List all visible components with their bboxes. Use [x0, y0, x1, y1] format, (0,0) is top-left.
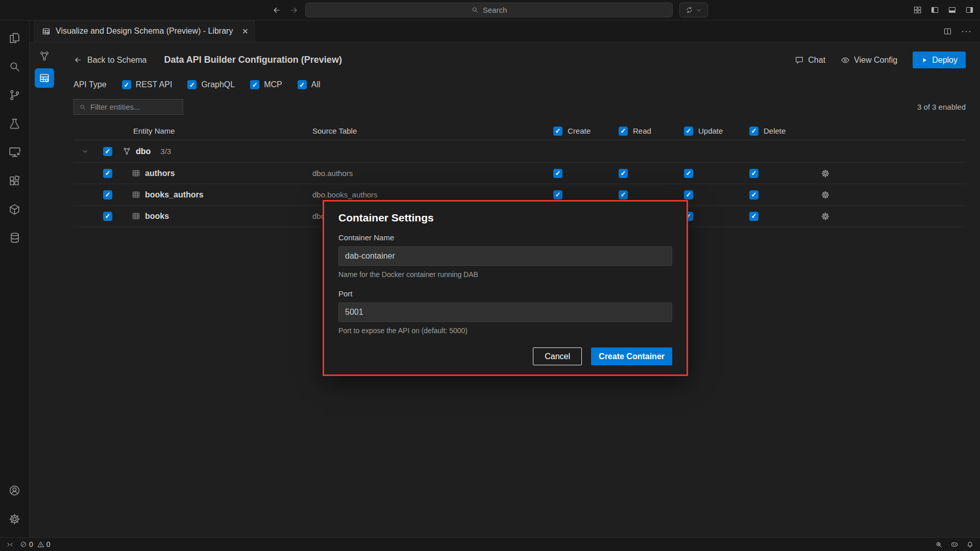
chevron-down-icon[interactable] — [74, 147, 96, 155]
filter-entities-field[interactable] — [74, 99, 183, 115]
row-checkbox[interactable]: ✓ — [103, 212, 112, 221]
port-help: Port to expose the API on (default: 5000… — [338, 327, 672, 335]
cancel-button[interactable]: Cancel — [533, 347, 582, 365]
chat-button[interactable]: Chat — [795, 56, 825, 65]
table-header-row: Entity Name Source Table ✓ Create ✓ Read — [74, 122, 966, 140]
mcp-checkbox[interactable]: ✓ — [250, 80, 259, 89]
chevron-down-icon — [696, 7, 702, 13]
group-checkbox[interactable]: ✓ — [103, 147, 112, 156]
all-checkbox-group[interactable]: ✓ All — [298, 80, 321, 89]
eye-icon — [841, 56, 850, 65]
check-icon: ✓ — [124, 82, 129, 88]
graphql-checkbox[interactable]: ✓ — [187, 80, 197, 89]
check-icon: ✓ — [751, 213, 757, 219]
tab-schema-icon — [42, 27, 51, 36]
copilot-icon[interactable] — [950, 540, 959, 548]
problems-indicator[interactable]: 0 0 — [20, 540, 51, 548]
schema-icon — [122, 147, 131, 156]
row-settings-gear-icon[interactable] — [805, 190, 966, 199]
update-checkbox[interactable]: ✓ — [684, 190, 693, 199]
check-icon: ✓ — [621, 128, 626, 134]
rest-api-checkbox[interactable]: ✓ — [122, 80, 131, 89]
test-beaker-icon[interactable] — [0, 109, 29, 138]
container-name-input[interactable] — [338, 246, 672, 266]
source-control-icon[interactable] — [0, 81, 29, 109]
group-count: 3/3 — [160, 147, 171, 156]
all-checkbox[interactable]: ✓ — [298, 80, 307, 89]
notifications-bell-icon[interactable] — [966, 541, 974, 548]
deploy-button[interactable]: Deploy — [913, 52, 966, 68]
tab-visualize-design-schema[interactable]: Visualize and Design Schema (Preview) - … — [34, 20, 255, 42]
zoom-icon[interactable] — [935, 541, 943, 548]
forward-arrow-icon[interactable] — [289, 6, 299, 15]
create-all-checkbox[interactable]: ✓ — [553, 127, 562, 136]
delete-checkbox[interactable]: ✓ — [749, 212, 758, 221]
update-all-checkbox[interactable]: ✓ — [684, 127, 693, 136]
table-icon — [132, 212, 140, 220]
check-icon: ✓ — [751, 128, 757, 134]
back-arrow-icon[interactable] — [272, 6, 281, 15]
read-checkbox[interactable]: ✓ — [619, 169, 628, 178]
container-settings-dialog: Container Settings Container Name Name f… — [323, 200, 688, 376]
loop-icon — [685, 6, 693, 14]
toggle-panel-icon[interactable] — [948, 6, 957, 14]
row-checkbox[interactable]: ✓ — [103, 190, 112, 199]
tab-title: Visualize and Design Schema (Preview) - … — [56, 27, 233, 36]
row-settings-gear-icon[interactable] — [805, 169, 966, 178]
view-config-button[interactable]: View Config — [841, 56, 897, 65]
graphql-checkbox-group[interactable]: ✓ GraphQL — [187, 80, 235, 89]
database-icon[interactable] — [0, 223, 29, 252]
search-icon — [471, 6, 479, 14]
delete-checkbox[interactable]: ✓ — [749, 190, 758, 199]
delete-all-checkbox[interactable]: ✓ — [749, 127, 758, 136]
table-row-authors[interactable]: ✓ authors dbo.authors ✓ ✓ ✓ ✓ — [74, 163, 966, 184]
check-icon: ✓ — [555, 170, 561, 177]
back-to-schema-link[interactable]: Back to Schema — [74, 56, 147, 65]
search-icon — [79, 104, 86, 111]
command-center-search[interactable]: Search — [305, 3, 673, 17]
api-type-row: API Type ✓ REST API ✓ GraphQL ✓ MCP — [74, 79, 966, 91]
column-create: ✓ Create — [544, 127, 609, 136]
create-checkbox[interactable]: ✓ — [553, 169, 562, 178]
schema-group-row[interactable]: ✓ dbo 3/3 — [74, 140, 966, 163]
create-container-button[interactable]: Create Container — [591, 347, 672, 365]
filter-entities-input[interactable] — [90, 103, 178, 111]
activity-bar — [0, 20, 30, 537]
create-checkbox[interactable]: ✓ — [553, 190, 562, 199]
split-editor-icon[interactable] — [943, 27, 952, 36]
check-icon: ✓ — [751, 170, 757, 177]
toggle-secondary-sidebar-icon[interactable] — [965, 6, 974, 14]
remote-indicator-icon[interactable] — [6, 541, 14, 548]
toggle-sidebar-icon[interactable] — [930, 6, 939, 14]
mcp-checkbox-group[interactable]: ✓ MCP — [250, 80, 282, 89]
delete-checkbox[interactable]: ✓ — [749, 169, 758, 178]
schema-visualizer-icon[interactable] — [35, 46, 54, 66]
titlebar: Search — [0, 0, 980, 20]
read-checkbox[interactable]: ✓ — [619, 190, 628, 199]
table-designer-icon[interactable] — [35, 68, 54, 88]
table-icon — [132, 190, 140, 199]
row-settings-gear-icon[interactable] — [805, 212, 966, 221]
account-icon[interactable] — [0, 476, 29, 505]
sql-connection-icon[interactable] — [0, 138, 29, 166]
error-icon — [20, 541, 27, 548]
read-all-checkbox[interactable]: ✓ — [619, 127, 628, 136]
session-dropdown-button[interactable] — [679, 3, 708, 17]
close-icon[interactable]: × — [242, 26, 248, 36]
warning-count: 0 — [46, 540, 51, 548]
settings-gear-icon[interactable] — [0, 505, 29, 533]
column-read: ✓ Read — [609, 127, 675, 136]
api-type-label: API Type — [74, 80, 107, 89]
container-cube-icon[interactable] — [0, 195, 29, 223]
row-checkbox[interactable]: ✓ — [103, 169, 112, 178]
extensions-icon[interactable] — [0, 166, 29, 195]
search-sidebar-icon[interactable] — [0, 52, 29, 81]
check-icon: ✓ — [252, 82, 258, 88]
update-checkbox[interactable]: ✓ — [684, 169, 693, 178]
customize-layout-icon[interactable] — [913, 6, 922, 14]
check-icon: ✓ — [751, 191, 757, 198]
explorer-icon[interactable] — [0, 23, 29, 52]
rest-api-checkbox-group[interactable]: ✓ REST API — [122, 80, 173, 89]
port-input[interactable] — [338, 303, 672, 322]
more-actions-icon[interactable]: ··· — [961, 27, 972, 36]
